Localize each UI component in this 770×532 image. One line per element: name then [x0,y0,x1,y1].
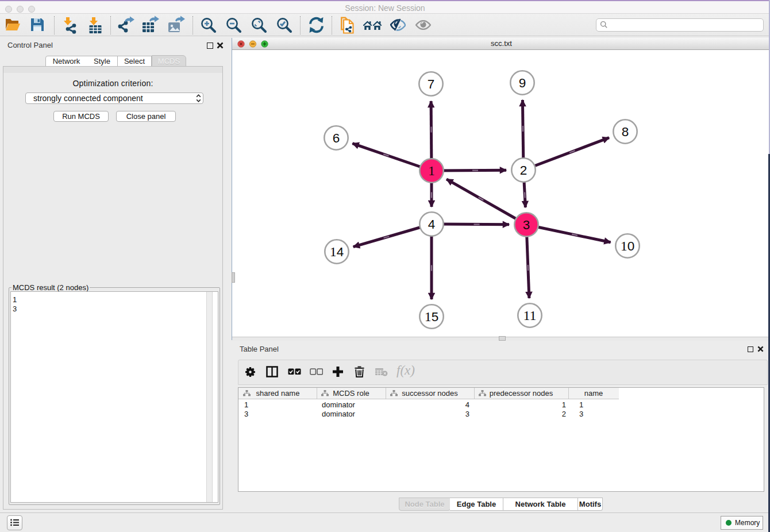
svg-text:10: 10 [621,238,635,253]
svg-text:3: 3 [523,218,530,232]
svg-text:11: 11 [523,308,536,323]
svg-text:15: 15 [425,309,439,324]
svg-text:4: 4 [428,217,436,232]
svg-text:6: 6 [333,131,340,145]
svg-text:14: 14 [330,244,344,259]
svg-text:8: 8 [622,125,629,139]
svg-text:9: 9 [519,76,526,90]
svg-text:7: 7 [428,77,435,91]
svg-text:2: 2 [520,163,528,178]
svg-text:1: 1 [428,163,435,178]
